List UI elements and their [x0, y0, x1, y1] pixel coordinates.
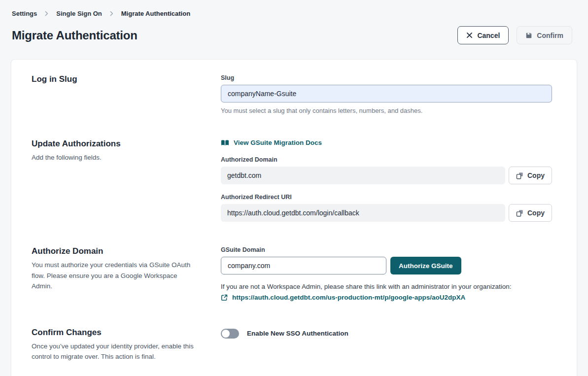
- gsuite-domain-label: GSuite Domain: [221, 246, 552, 253]
- chevron-right-icon: [109, 11, 114, 16]
- copy-button-label: Copy: [527, 209, 545, 217]
- breadcrumb-migrate-authentication: Migrate Authentication: [121, 10, 190, 17]
- authorized-domain-value: getdbt.com: [221, 167, 505, 184]
- slug-helper-text: You must select a slug that only contain…: [221, 107, 552, 114]
- section-heading-confirm-changes: Confirm Changes: [32, 328, 197, 338]
- breadcrumb: Settings Single Sign On Migrate Authenti…: [12, 10, 572, 17]
- breadcrumb-settings[interactable]: Settings: [12, 10, 37, 17]
- section-heading-update-authorizations: Update Authorizations: [32, 139, 197, 149]
- copy-icon: [516, 209, 523, 217]
- admin-share-link-url: https://auth.cloud.getdbt.com/us-product…: [232, 294, 465, 301]
- confirm-button-label: Confirm: [537, 32, 563, 39]
- book-icon: [221, 139, 229, 146]
- copy-button-label: Copy: [527, 171, 545, 179]
- gsuite-migration-docs-link-label: View GSuite Migration Docs: [234, 139, 322, 146]
- slug-input[interactable]: [221, 85, 552, 103]
- chevron-right-icon: [44, 11, 49, 16]
- cancel-button[interactable]: Cancel: [457, 26, 509, 44]
- external-link-icon: [221, 294, 228, 301]
- authorized-redirect-uri-label: Authorized Redirect URI: [221, 194, 552, 201]
- gsuite-migration-docs-link[interactable]: View GSuite Migration Docs: [221, 139, 322, 146]
- close-icon: [466, 32, 473, 38]
- enable-sso-toggle-label: Enable New SSO Authentication: [247, 330, 348, 337]
- copy-redirect-uri-button[interactable]: Copy: [509, 204, 552, 222]
- authorized-redirect-uri-value: https://auth.cloud.getdbt.com/login/call…: [221, 204, 505, 222]
- authorized-domain-label: Authorized Domain: [221, 156, 552, 163]
- section-heading-authorize-domain: Authorize Domain: [32, 246, 197, 256]
- section-confirm-changes: Confirm Changes Once you’ve updated your…: [32, 328, 552, 362]
- gsuite-domain-input[interactable]: [221, 257, 386, 274]
- page-header: Settings Single Sign On Migrate Authenti…: [0, 0, 588, 44]
- toggle-knob: [222, 330, 230, 338]
- section-update-authorizations: Update Authorizations Add the following …: [32, 139, 552, 222]
- cancel-button-label: Cancel: [477, 32, 500, 39]
- header-actions: Cancel Confirm: [457, 26, 572, 44]
- section-login-slug: Log in Slug Slug You must select a slug …: [32, 74, 552, 114]
- copy-authorized-domain-button[interactable]: Copy: [509, 167, 552, 184]
- save-icon: [525, 32, 532, 39]
- section-authorize-domain: Authorize Domain You must authorize your…: [32, 246, 552, 303]
- slug-label: Slug: [221, 74, 552, 81]
- breadcrumb-single-sign-on[interactable]: Single Sign On: [56, 10, 102, 17]
- section-desc-authorize-domain: You must authorize your credentials via …: [32, 260, 197, 292]
- admin-share-link[interactable]: https://auth.cloud.getdbt.com/us-product…: [221, 294, 465, 301]
- authorize-gsuite-button[interactable]: Authorize GSuite: [390, 257, 461, 274]
- page-title: Migrate Authentication: [12, 29, 138, 42]
- workspace-admin-note: If you are not a Workspace Admin, please…: [221, 283, 552, 290]
- copy-icon: [516, 172, 523, 179]
- enable-sso-toggle[interactable]: [221, 329, 239, 339]
- confirm-button[interactable]: Confirm: [517, 26, 572, 44]
- section-desc-confirm-changes: Once you’ve updated your identity provid…: [32, 341, 197, 362]
- migrate-authentication-card: Log in Slug Slug You must select a slug …: [11, 59, 577, 376]
- section-heading-login-slug: Log in Slug: [32, 74, 197, 84]
- section-desc-update-authorizations: Add the following fields.: [32, 152, 197, 163]
